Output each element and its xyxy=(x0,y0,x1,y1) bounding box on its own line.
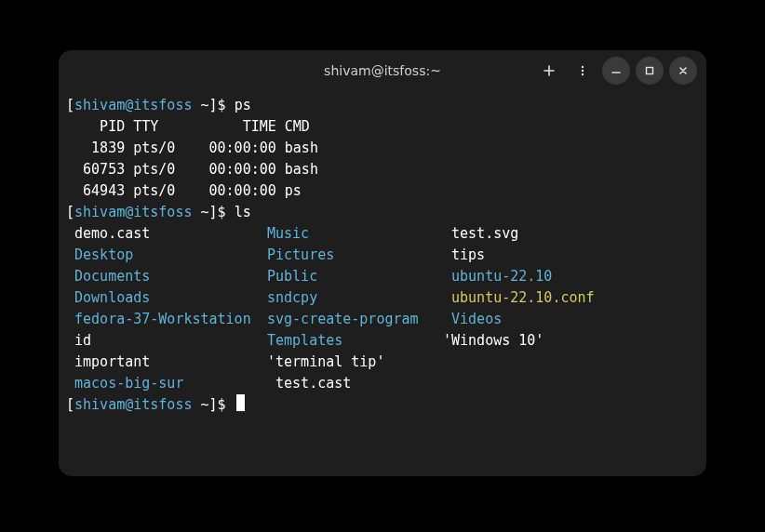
svg-point-0 xyxy=(582,66,584,68)
ls-entry: id xyxy=(66,330,267,352)
maximize-icon xyxy=(643,64,656,77)
kebab-icon xyxy=(576,64,589,77)
ls-entry: Documents xyxy=(66,266,267,287)
ls-row: Downloadssndcpy ubuntu-22.10.conf xyxy=(66,287,699,309)
ls-row: DocumentsPublic ubuntu-22.10 xyxy=(66,266,699,287)
ls-entry: tips xyxy=(443,245,699,266)
window-title: shivam@itsfoss:~ xyxy=(324,63,441,78)
command-ps: ps xyxy=(235,97,251,113)
ls-entry: Pictures xyxy=(267,245,443,266)
menu-button[interactable] xyxy=(569,57,597,85)
window-controls xyxy=(535,57,697,85)
ls-entry: macos-big-sur xyxy=(66,373,267,394)
plus-icon xyxy=(543,64,556,77)
close-button[interactable] xyxy=(669,57,697,85)
prompt-line-2: [shivam@itsfoss ~]$ ls xyxy=(66,202,699,223)
cursor xyxy=(236,394,245,411)
ls-row: macos-big-sur test.cast xyxy=(66,373,699,394)
ls-entry xyxy=(443,352,699,373)
ps-row: 1839 pts/0 00:00:00 bash xyxy=(66,140,318,156)
close-icon xyxy=(677,64,690,77)
prompt-line-3: [shivam@itsfoss ~]$ xyxy=(66,394,699,416)
ls-entry: ubuntu-22.10 xyxy=(443,266,699,287)
titlebar: shivam@itsfoss:~ xyxy=(59,50,706,91)
ps-header: PID TTY TIME CMD xyxy=(66,118,310,135)
command-ls: ls xyxy=(235,204,251,220)
ps-row: 60753 pts/0 00:00:00 bash xyxy=(66,161,318,178)
maximize-button[interactable] xyxy=(636,57,664,85)
svg-rect-3 xyxy=(647,68,653,74)
ls-entry: Desktop xyxy=(66,245,267,266)
ls-entry: 'Windows 10' xyxy=(443,330,699,352)
ls-entry: test.svg xyxy=(443,223,699,245)
ls-entry: Music xyxy=(267,223,443,245)
ls-entry: Downloads xyxy=(66,287,267,309)
ls-row: DesktopPictures tips xyxy=(66,245,699,266)
ls-entry: 'terminal tip' xyxy=(267,352,443,373)
terminal-body[interactable]: [shivam@itsfoss ~]$ ps PID TTY TIME CMD … xyxy=(59,91,706,476)
ls-entry: Public xyxy=(267,266,443,287)
minimize-button[interactable] xyxy=(602,57,630,85)
ps-row: 64943 pts/0 00:00:00 ps xyxy=(66,182,302,199)
ls-row: important'terminal tip' xyxy=(66,352,699,373)
ls-entry: svg-create-program xyxy=(267,309,443,330)
ls-entry: ubuntu-22.10.conf xyxy=(443,287,699,309)
svg-point-2 xyxy=(582,73,584,75)
minimize-icon xyxy=(610,64,623,77)
ls-row: idTemplates'Windows 10' xyxy=(66,330,699,352)
svg-point-1 xyxy=(582,70,584,72)
prompt-line-1: [shivam@itsfoss ~]$ ps xyxy=(66,95,699,116)
ls-entry: Templates xyxy=(267,330,443,352)
ls-entry: important xyxy=(66,352,267,373)
ls-entry: demo.cast xyxy=(66,223,267,245)
ls-output: demo.castMusic test.svg DesktopPictures … xyxy=(66,223,699,394)
ls-entry: fedora-37-Workstation xyxy=(66,309,267,330)
ls-row: fedora-37-Workstationsvg-create-program … xyxy=(66,309,699,330)
ls-entry: Videos xyxy=(443,309,699,330)
ls-entry: sndcpy xyxy=(267,287,443,309)
ls-row: demo.castMusic test.svg xyxy=(66,223,699,245)
ls-entry xyxy=(443,373,699,394)
ls-entry: test.cast xyxy=(267,373,443,394)
terminal-window: shivam@itsfoss:~ [shivam@itsfoss ~]$ ps … xyxy=(59,50,706,476)
new-tab-button[interactable] xyxy=(535,57,563,85)
